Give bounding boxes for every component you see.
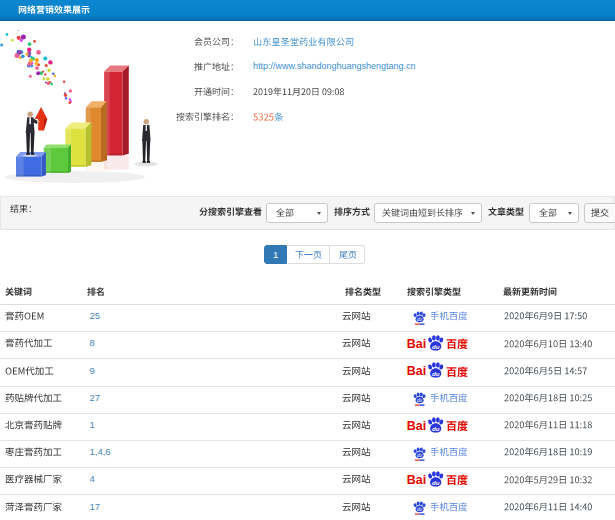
- svg-text:du: du: [432, 479, 440, 486]
- svg-text:du: du: [432, 370, 440, 377]
- svg-text:du: du: [417, 453, 423, 458]
- svg-text:du: du: [432, 343, 440, 350]
- svg-text:du: du: [417, 317, 423, 322]
- svg-text:du: du: [417, 398, 423, 403]
- svg-text:du: du: [432, 424, 440, 431]
- svg-text:du: du: [417, 507, 423, 512]
